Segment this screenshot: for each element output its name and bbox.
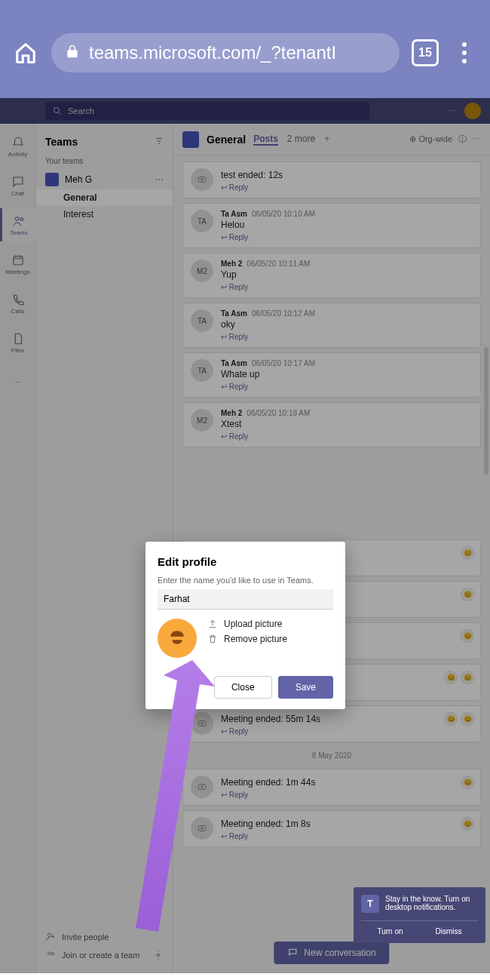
message-item[interactable]: TATa Asm06/05/20 10:10 AMHelou↩ Reply xyxy=(182,203,481,248)
rail-chat[interactable]: Chat xyxy=(0,169,36,202)
reply-button[interactable]: ↩ Reply xyxy=(221,832,473,840)
name-input[interactable] xyxy=(158,589,333,610)
toast-text: Stay in the know. Turn on desktop notifi… xyxy=(385,895,478,911)
scrollbar[interactable] xyxy=(484,347,488,475)
address-bar[interactable]: teams.microsoft.com/_?tenantI xyxy=(51,33,400,72)
sidebar-channel-interest[interactable]: Interest xyxy=(36,206,173,223)
rail-teams[interactable]: Teams xyxy=(0,208,36,241)
message-item[interactable]: Meeting ended: 1m 8s↩ Reply😊 xyxy=(182,810,481,847)
browser-chrome: teams.microsoft.com/_?tenantI 15 xyxy=(0,0,490,98)
org-wide-label[interactable]: ⊕ Org-wide xyxy=(409,134,452,144)
svg-point-19 xyxy=(201,723,204,725)
search-placeholder: Search xyxy=(68,106,94,115)
turn-on-button[interactable]: Turn on xyxy=(377,927,403,935)
rail-activity[interactable]: Activity xyxy=(0,130,36,163)
edit-profile-modal: Edit profile Enter the name you'd like t… xyxy=(145,542,345,709)
message-item[interactable]: M2Meh 206/05/20 10:11 AMYup↩ Reply xyxy=(182,253,481,298)
add-tab-icon[interactable]: + xyxy=(324,134,329,146)
upload-icon xyxy=(207,619,218,629)
user-avatar[interactable] xyxy=(464,103,481,119)
reaction-badge[interactable]: 😊 xyxy=(461,712,474,726)
svg-point-4 xyxy=(48,933,52,937)
svg-rect-8 xyxy=(198,177,205,183)
reply-button[interactable]: ↩ Reply xyxy=(221,727,473,736)
message-item[interactable]: TATa Asm06/05/20 10:17 AMWhate up↩ Reply xyxy=(182,352,481,398)
message-avatar: M2 xyxy=(191,260,213,282)
message-avatar: TA xyxy=(191,359,213,382)
url-text: teams.microsoft.com/_?tenantI xyxy=(89,42,336,63)
reply-button[interactable]: ↩ Reply xyxy=(221,333,473,341)
reply-button[interactable]: ↩ Reply xyxy=(221,791,473,799)
lock-icon xyxy=(65,42,80,63)
message-item[interactable]: test ended: 12s↩ Reply xyxy=(182,161,481,198)
svg-point-9 xyxy=(201,179,204,181)
tab-more[interactable]: 2 more xyxy=(287,134,315,146)
message-avatar xyxy=(191,168,213,191)
reply-button[interactable]: ↩ Reply xyxy=(221,432,473,441)
invite-people[interactable]: Invite people xyxy=(45,928,164,946)
reaction-badge[interactable]: 😊 xyxy=(444,671,458,684)
reaction-badge[interactable]: 😊 xyxy=(461,817,474,831)
date-separator: 8 May 2020 xyxy=(182,751,481,760)
teams-logo-icon: T xyxy=(361,895,379,913)
sidebar-title: Teams xyxy=(45,136,78,148)
reply-button[interactable]: ↩ Reply xyxy=(221,283,473,291)
rail-meetings[interactable]: Meetings xyxy=(0,247,36,281)
channel-header: General Posts 2 more + ⊕ Org-wide ⓘ ⋯ xyxy=(173,124,490,155)
tabs-count-badge[interactable]: 15 xyxy=(412,39,439,66)
message-item[interactable]: M2Meh 206/05/20 10:18 AMXtest↩ Reply xyxy=(182,402,481,447)
channel-icon xyxy=(182,131,199,148)
reaction-badge[interactable]: 😊 xyxy=(461,629,474,643)
svg-point-2 xyxy=(20,217,23,220)
teams-app: Search ⋯ Activity Chat Teams Meetings Ca… xyxy=(0,98,490,973)
info-icon[interactable]: ⓘ xyxy=(458,134,467,145)
tab-posts[interactable]: Posts xyxy=(253,134,278,146)
app-rail: Activity Chat Teams Meetings Calls Files… xyxy=(0,124,36,973)
sidebar-channel-general[interactable]: General xyxy=(36,189,173,206)
upload-picture-button[interactable]: Upload picture xyxy=(207,619,287,629)
svg-rect-20 xyxy=(198,785,205,790)
reaction-badge[interactable]: 😊 xyxy=(444,712,458,726)
reply-button[interactable]: ↩ Reply xyxy=(221,183,473,192)
svg-point-1 xyxy=(16,217,20,220)
close-button[interactable]: Close xyxy=(214,676,272,699)
svg-point-0 xyxy=(54,108,60,113)
command-icon[interactable]: ⋯ xyxy=(449,106,457,116)
new-conversation-button[interactable]: New conversation xyxy=(274,942,389,964)
notification-toast: T Stay in the know. Turn on desktop noti… xyxy=(354,887,485,943)
save-button[interactable]: Save xyxy=(278,676,333,699)
message-avatar: M2 xyxy=(191,409,213,432)
svg-point-6 xyxy=(51,953,54,955)
browser-menu-icon[interactable] xyxy=(451,42,478,63)
reaction-badge[interactable]: 😊 xyxy=(461,588,474,601)
svg-rect-18 xyxy=(198,721,205,727)
reaction-badge[interactable]: 😊 xyxy=(461,776,474,789)
sidebar-section: Your teams xyxy=(36,152,173,170)
home-icon[interactable] xyxy=(12,39,39,66)
message-item[interactable]: TATa Asm06/05/20 10:12 AMoky↩ Reply xyxy=(182,303,481,348)
reaction-badge[interactable]: 😊 xyxy=(461,671,474,684)
message-item[interactable]: Meeting ended: 55m 14s↩ Reply😊😊 xyxy=(182,705,481,742)
dismiss-button[interactable]: Dismiss xyxy=(436,927,462,935)
channel-more-icon[interactable]: ⋯ xyxy=(473,134,481,144)
reply-button[interactable]: ↩ Reply xyxy=(221,382,473,391)
search-input[interactable]: Search xyxy=(45,102,369,120)
sidebar-team[interactable]: Meh G⋯ xyxy=(36,170,173,189)
message-avatar xyxy=(191,712,213,735)
profile-avatar xyxy=(158,619,197,658)
rail-calls[interactable]: Calls xyxy=(0,287,36,320)
reply-button[interactable]: ↩ Reply xyxy=(221,233,473,241)
remove-picture-button[interactable]: Remove picture xyxy=(207,634,287,644)
channel-title: General xyxy=(207,134,246,146)
reaction-badge[interactable]: 😊 xyxy=(461,546,474,560)
filter-icon[interactable] xyxy=(155,136,164,148)
status-bar xyxy=(0,0,490,30)
join-create-team[interactable]: Join or create a team xyxy=(45,946,164,964)
message-item[interactable]: Meeting ended: 1m 44s↩ Reply😊 xyxy=(182,769,481,806)
modal-subtitle: Enter the name you'd like to use in Team… xyxy=(158,576,333,585)
rail-files[interactable]: Files xyxy=(0,326,36,359)
team-more-icon[interactable]: ⋯ xyxy=(155,174,164,185)
modal-title: Edit profile xyxy=(158,555,333,568)
message-avatar: TA xyxy=(191,309,213,332)
rail-more-icon[interactable]: ⋯ xyxy=(0,365,36,398)
